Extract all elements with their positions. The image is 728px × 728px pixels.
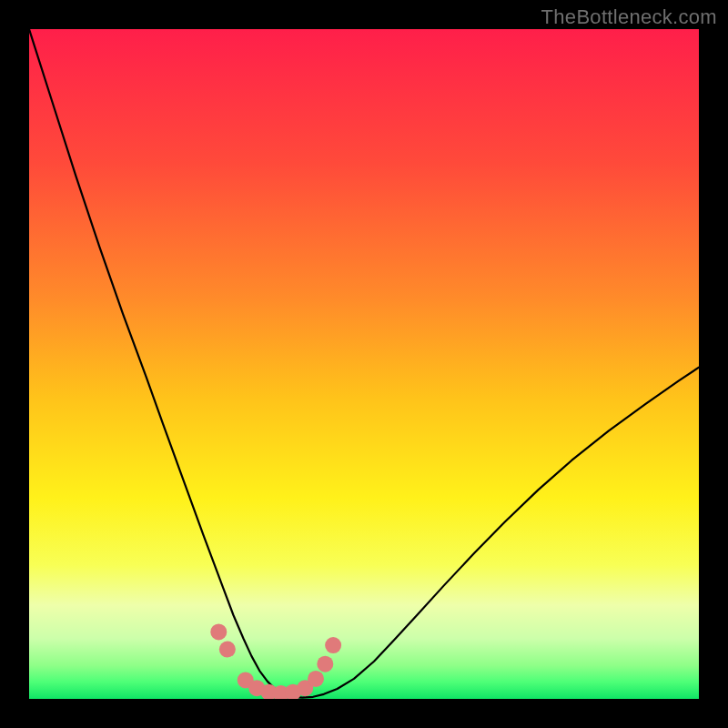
chart-frame: TheBottleneck.com bbox=[0, 0, 728, 728]
inflection-markers bbox=[210, 623, 341, 699]
inflection-marker bbox=[317, 656, 333, 672]
inflection-marker bbox=[219, 642, 236, 658]
watermark-text: TheBottleneck.com bbox=[541, 5, 717, 29]
plot-area bbox=[29, 29, 699, 699]
inflection-marker bbox=[308, 671, 324, 687]
bottleneck-curve bbox=[29, 29, 699, 698]
inflection-marker bbox=[210, 623, 227, 640]
curve-layer bbox=[29, 29, 699, 699]
inflection-marker bbox=[325, 637, 341, 653]
